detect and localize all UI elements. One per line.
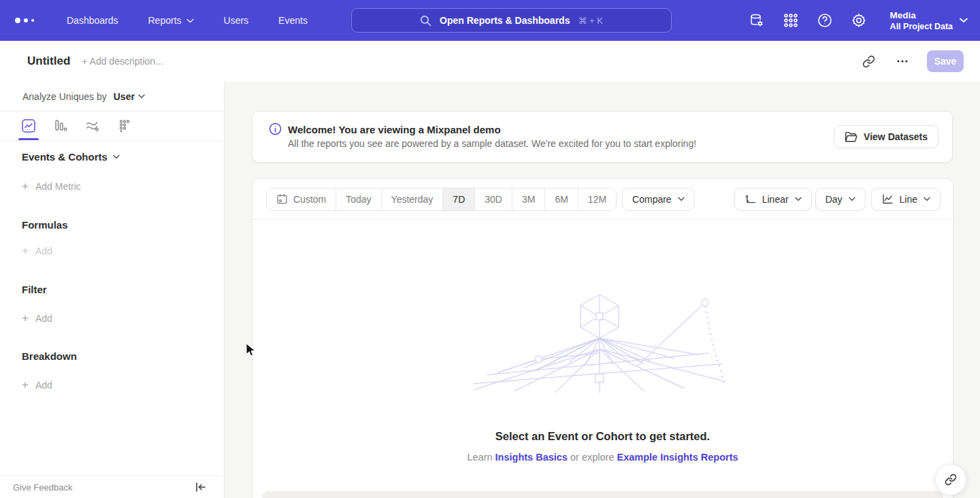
primary-nav: Dashboards Reports Users Events [67, 15, 308, 26]
nav-item-label: Reports [148, 15, 182, 26]
range-30d[interactable]: 30D [475, 188, 512, 210]
chart-type-tabs [0, 112, 224, 141]
data-management-icon[interactable] [749, 12, 765, 29]
plus-icon: + [22, 246, 29, 256]
view-datasets-button[interactable]: View Datasets [834, 125, 938, 148]
formulas-section-title: Formulas [0, 219, 224, 231]
empty-state: Select an Event or Cohort to get started… [252, 220, 953, 463]
add-metric-button[interactable]: + Add Metric [0, 181, 224, 192]
empty-state-title: Select an Event or Cohort to get started… [252, 430, 953, 443]
chevron-down-icon [849, 197, 855, 201]
range-label: 7D [453, 194, 465, 205]
chart-type-dropdown[interactable]: Line [871, 188, 941, 211]
chevron-down-icon [186, 18, 194, 23]
analyze-label: Analyze Uniques by [22, 91, 107, 102]
range-label: Today [346, 194, 371, 205]
demo-welcome-banner: Welcome! You are viewing a Mixpanel demo… [252, 111, 953, 163]
info-icon [269, 122, 282, 138]
add-breakdown-button[interactable]: + Add [0, 380, 224, 391]
report-footer-panel [262, 491, 943, 498]
link-icon [945, 474, 957, 486]
analyze-value-label: User [114, 91, 135, 102]
range-3m[interactable]: 3M [512, 188, 545, 210]
settings-gear-icon[interactable] [851, 12, 867, 29]
tab-scatter-chart[interactable] [116, 112, 133, 140]
example-insights-reports-link[interactable]: Example Insights Reports [617, 452, 738, 463]
apps-grid-icon[interactable] [783, 12, 799, 29]
mixpanel-logo-icon[interactable] [15, 18, 39, 23]
range-label: 12M [588, 194, 606, 205]
range-12m[interactable]: 12M [578, 188, 616, 210]
give-feedback-link[interactable]: Give Feedback [13, 482, 72, 493]
chevron-down-icon [960, 18, 968, 23]
project-selector[interactable]: Media All Project Data [890, 10, 968, 32]
empty-state-links: Learn Insights Basics or explore Example… [252, 452, 953, 463]
global-search-button[interactable]: Open Reports & Dashboards ⌘ + K [351, 8, 672, 33]
calendar-icon [276, 193, 288, 205]
tab-flow-chart[interactable] [84, 112, 101, 140]
range-today[interactable]: Today [336, 188, 381, 210]
scatter-dots-icon [117, 118, 132, 133]
plus-icon: + [22, 182, 29, 191]
add-filter-label: Add [35, 313, 52, 324]
analyze-uniques-row: Analyze Uniques by User [0, 82, 224, 112]
nav-item-reports[interactable]: Reports [148, 15, 194, 26]
plus-icon: + [22, 314, 29, 323]
bar-chart-icon [53, 118, 68, 133]
save-button[interactable]: Save [927, 50, 964, 72]
chevron-down-icon [113, 154, 120, 159]
date-range-segmented-control: Custom Today Yesterday 7D 30D 3M 6M 12M [266, 188, 617, 211]
scale-label: Linear [762, 194, 789, 205]
share-link-fab[interactable] [935, 464, 966, 495]
top-navigation-bar: Dashboards Reports Users Events Open Rep… [0, 0, 980, 41]
insights-basics-link[interactable]: Insights Basics [495, 452, 568, 463]
linear-axis-icon [745, 193, 756, 205]
events-cohorts-label: Events & Cohorts [22, 151, 108, 163]
range-label: 6M [555, 194, 568, 205]
scale-dropdown[interactable]: Linear [734, 188, 812, 211]
report-title[interactable]: Untitled [27, 54, 70, 68]
range-custom[interactable]: Custom [267, 188, 336, 210]
add-filter-button[interactable]: + Add [0, 313, 224, 324]
report-description-placeholder[interactable]: + Add description... [82, 56, 163, 67]
search-icon [420, 15, 431, 27]
search-shortcut: ⌘ + K [578, 16, 603, 26]
add-formula-button[interactable]: + Add [0, 246, 224, 256]
chart-type-label: Line [900, 194, 917, 205]
interval-dropdown[interactable]: Day [815, 188, 866, 211]
project-scope: All Project Data [890, 21, 953, 32]
folder-icon [845, 131, 858, 143]
project-name: Media [890, 10, 953, 21]
help-icon[interactable] [817, 12, 833, 29]
nav-item-label: Users [224, 15, 249, 26]
range-label: 30D [485, 194, 502, 205]
add-metric-label: Add Metric [35, 181, 81, 192]
copy-link-icon[interactable] [859, 52, 878, 71]
tab-line-chart[interactable] [20, 112, 37, 140]
analyze-value-dropdown[interactable]: User [114, 91, 145, 102]
plus-icon: + [22, 380, 29, 390]
learn-prefix: Learn [467, 452, 492, 463]
events-cohorts-section[interactable]: Events & Cohorts [0, 151, 224, 163]
range-6m[interactable]: 6M [545, 188, 578, 210]
empty-state-illustration [474, 288, 732, 393]
range-7d[interactable]: 7D [443, 188, 475, 210]
chevron-down-icon [924, 197, 930, 201]
collapse-sidebar-icon[interactable] [195, 482, 206, 492]
or-explore-text: or explore [570, 452, 614, 463]
nav-item-users[interactable]: Users [224, 15, 249, 26]
compare-dropdown[interactable]: Compare [622, 188, 695, 211]
banner-title: Welcome! You are viewing a Mixpanel demo [288, 122, 696, 137]
add-formula-label: Add [35, 246, 52, 256]
range-yesterday[interactable]: Yesterday [382, 188, 444, 210]
chevron-down-icon [678, 197, 685, 201]
nav-item-label: Events [278, 15, 308, 26]
filter-section-title: Filter [0, 284, 224, 295]
report-toolbar: Custom Today Yesterday 7D 30D 3M 6M 12M … [252, 179, 953, 220]
tab-bar-chart[interactable] [52, 112, 69, 140]
search-placeholder: Open Reports & Dashboards [440, 15, 570, 26]
more-options-icon[interactable] [893, 52, 912, 71]
insights-report-card: Custom Today Yesterday 7D 30D 3M 6M 12M … [252, 178, 953, 498]
nav-item-dashboards[interactable]: Dashboards [67, 15, 118, 26]
nav-item-events[interactable]: Events [278, 15, 308, 26]
